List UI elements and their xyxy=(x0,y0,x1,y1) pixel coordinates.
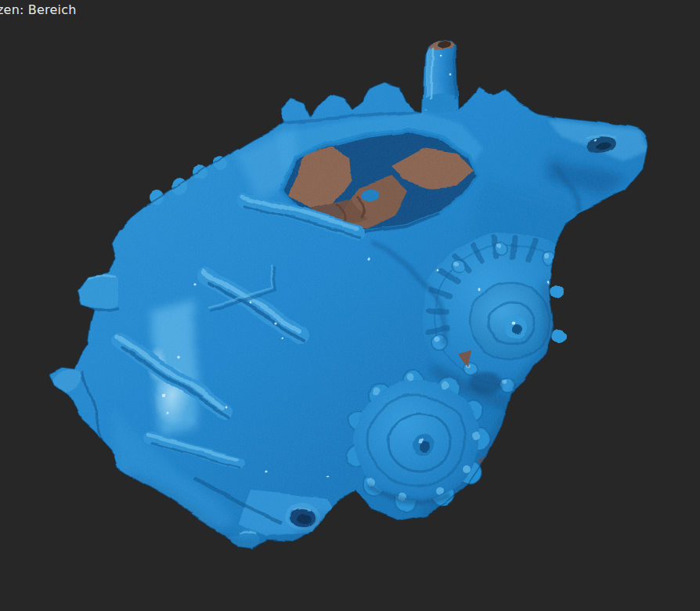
scanned-mesh-model[interactable] xyxy=(0,0,700,611)
3d-viewport[interactable]: zen: Bereich xyxy=(0,0,700,611)
mode-hint-label: zen: Bereich xyxy=(0,2,77,17)
